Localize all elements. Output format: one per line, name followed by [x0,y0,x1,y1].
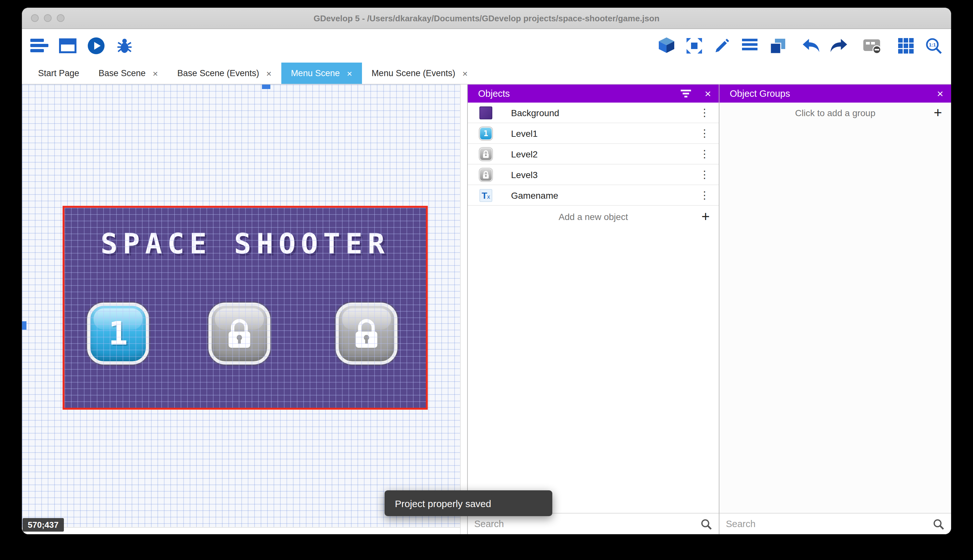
scene-selection-frame[interactable]: SPACE SHOOTER 1 [63,206,428,410]
tab-label: Start Page [38,68,79,78]
object-menu-icon[interactable]: ⋮ [690,189,719,201]
add-group-plus-icon[interactable]: + [934,106,942,120]
toolbar-right-group: 1:1 [657,36,943,55]
objects-panel-header: Objects × [468,85,719,103]
toolbar-left-group [30,36,134,55]
tab-close-icon[interactable]: × [266,68,271,78]
object-row-gamename[interactable]: Tx Gamename ⋮ [468,185,719,206]
tab-close-icon[interactable]: × [462,68,468,78]
object-menu-icon[interactable]: ⋮ [690,107,719,119]
tab-start-page[interactable]: Start Page [28,63,89,84]
object-groups-panel: Object Groups × Click to add a group + [719,85,951,534]
level3-locked-button-sprite[interactable] [335,303,397,365]
scene-editor-canvas[interactable]: SPACE SHOOTER 1 570;437 [22,85,467,534]
object-row-background[interactable]: Background ⋮ [468,103,719,123]
groups-search-input[interactable] [726,519,932,529]
toast-message: Project properly saved [395,498,491,509]
cursor-coordinates-badge: 570;437 [23,518,63,532]
add-group-label: Click to add a group [720,103,951,123]
tab-label: Menu Scene [291,68,340,78]
tab-label: Base Scene [99,68,146,78]
object-menu-icon[interactable]: ⋮ [690,127,719,139]
add-group-row[interactable]: Click to add a group + [720,103,951,123]
main-area: SPACE SHOOTER 1 570;437 [22,85,951,534]
title-bar: GDevelop 5 - /Users/dkarakay/Documents/G… [22,8,951,29]
tab-base-scene-events[interactable]: Base Scene (Events) × [168,63,281,84]
tab-label: Menu Scene (Events) [372,68,455,78]
tab-label: Base Scene (Events) [177,68,259,78]
groups-header-actions: × [937,88,943,99]
search-icon [932,518,945,530]
groups-panel-title: Object Groups [730,88,790,99]
object-row-level3[interactable]: Level3 ⋮ [468,165,719,185]
object-menu-icon[interactable]: ⋮ [690,148,719,160]
objects-panel-title: Objects [478,88,510,99]
traffic-lights [31,14,65,22]
edit-pencil-icon[interactable] [712,36,732,55]
layers-icon[interactable] [768,36,787,55]
tab-close-icon[interactable]: × [347,68,352,78]
close-panel-icon[interactable]: × [705,88,711,99]
tab-menu-scene[interactable]: Menu Scene × [281,63,362,84]
text-object-icon: Tx [479,188,493,202]
level1-button-sprite[interactable]: 1 [87,303,149,365]
groups-search-bar [720,513,951,534]
filter-icon[interactable] [680,89,692,98]
app-window: GDevelop 5 - /Users/dkarakay/Documents/G… [22,8,951,534]
object-row-level1[interactable]: 1 Level1 ⋮ [468,123,719,144]
object-name: Background [511,107,559,118]
tab-menu-scene-events[interactable]: Menu Scene (Events) × [362,63,478,84]
events-list-icon[interactable] [740,36,760,55]
main-toolbar: 1:1 [22,29,951,63]
lock-icon [225,316,254,351]
object-name: Level3 [511,169,538,180]
undo-icon[interactable] [801,36,821,55]
window-title: GDevelop 5 - /Users/dkarakay/Documents/G… [22,13,951,23]
redo-icon[interactable] [829,36,848,55]
svg-text:1:1: 1:1 [928,42,936,47]
zoom-window-button[interactable] [57,14,65,22]
lock-button-icon [479,147,493,161]
scene-title-sprite[interactable]: SPACE SHOOTER [65,227,426,260]
lock-button-icon [479,167,493,182]
background-swatch-icon [479,105,493,120]
groups-panel-header: Object Groups × [720,85,951,103]
preview-play-icon[interactable] [87,36,106,55]
horizontal-scrollbar[interactable] [22,527,460,534]
objects-search-input[interactable] [474,519,700,529]
object-name: Level2 [511,149,538,159]
add-object-row[interactable]: Add a new object + [468,206,719,228]
zoom-1-1-icon[interactable]: 1:1 [924,36,943,55]
render-frame-icon[interactable] [863,36,882,55]
tab-close-icon[interactable]: × [153,68,158,78]
object-menu-icon[interactable]: ⋮ [690,168,719,181]
project-manager-icon[interactable] [30,36,49,55]
close-panel-icon[interactable]: × [937,88,943,99]
object-name: Gamename [511,190,558,200]
add-object-plus-icon[interactable]: + [701,210,710,224]
debug-bug-icon[interactable] [115,36,134,55]
save-toast: Project properly saved [385,490,553,516]
tab-base-scene[interactable]: Base Scene × [89,63,168,84]
lock-icon [352,316,382,351]
add-object-label: Add a new object [468,206,719,228]
objects-panel: Objects × Background ⋮ 1 Level1 [467,85,719,534]
objects-header-actions: × [680,88,711,99]
object-name: Level1 [511,128,538,138]
new-scene-window-icon[interactable] [58,36,77,55]
grid-icon[interactable] [896,36,916,55]
level2-locked-button-sprite[interactable] [208,303,270,365]
horizontal-scroll-thumb[interactable] [262,85,270,89]
minimize-window-button[interactable] [44,14,52,22]
level1-number: 1 [108,315,128,352]
vertical-scroll-thumb[interactable] [22,321,27,330]
screenshot-stage: GDevelop 5 - /Users/dkarakay/Documents/G… [0,0,973,560]
object-row-level2[interactable]: Level2 ⋮ [468,144,719,165]
move-instances-icon[interactable] [685,36,704,55]
search-icon [700,518,712,530]
scene-tab-bar: Start Page Base Scene × Base Scene (Even… [22,63,951,85]
vertical-scrollbar[interactable] [460,85,467,534]
close-window-button[interactable] [31,14,39,22]
level1-button-icon: 1 [479,126,493,140]
3d-box-icon[interactable] [657,36,676,55]
